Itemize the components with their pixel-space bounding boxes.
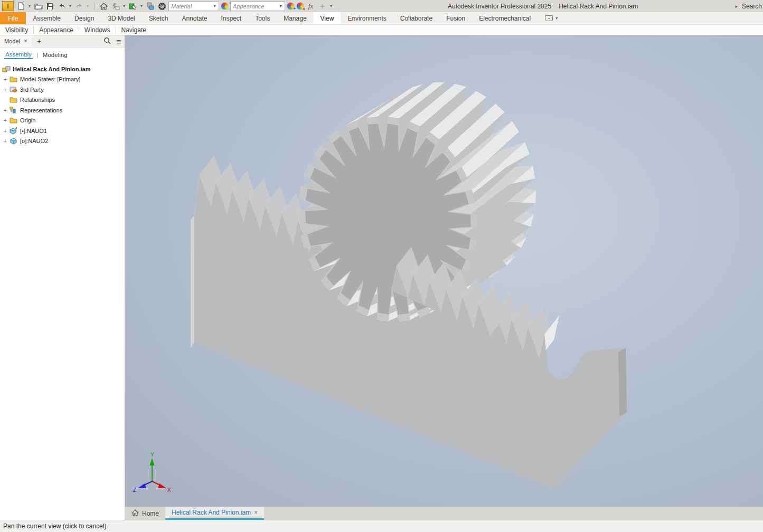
svg-text:Z: Z [133,487,136,493]
redo-icon [74,1,84,11]
component-select-icon[interactable] [128,1,138,11]
swap-component-icon[interactable] [145,1,155,11]
browser-tab-bar: Model × + ≡ [0,35,125,48]
tree-item-label: Representations [20,107,62,113]
expander-icon[interactable]: + [2,108,9,113]
part-pinned-icon [9,127,18,135]
ribbon-tab-assemble[interactable]: Assemble [26,12,68,24]
folder-icon [9,96,18,104]
ribbon-tab-view[interactable]: View [314,12,341,24]
save-icon[interactable] [45,1,55,11]
document-tab-bar: HomeHelical Rack And Pinion.iam× [125,507,763,520]
ribbon-tab-inspect[interactable]: Inspect [214,12,248,24]
tree-item--nauo1[interactable]: +[•]:NAUO1 [0,126,125,136]
new-document-caret-icon[interactable]: ▾ [27,4,32,8]
panel-label-windows[interactable]: Windows [79,26,116,34]
quick-update-caret-icon[interactable]: ▾ [122,4,126,8]
app-button[interactable]: I [2,1,14,11]
third-party-icon [9,86,18,93]
expander-icon[interactable]: + [2,138,9,144]
panel-label-navigate[interactable]: Navigate [116,26,152,34]
ribbon-tab-electromechanical[interactable]: Electromechanical [472,12,538,24]
expander-icon[interactable]: + [2,77,9,82]
material-ball-icon[interactable] [157,1,167,11]
appearance-combo[interactable]: Appearance▾ [230,2,285,11]
ribbon-tab-sketch[interactable]: Sketch [142,12,175,24]
tree-item-3rd-party[interactable]: +3rd Party [0,84,125,95]
document-tab-label: Helical Rack And Pinion.iam [172,509,251,516]
ribbon-tab-fusion[interactable]: Fusion [439,12,472,24]
add-panel-button[interactable]: + [32,37,46,45]
svg-text:Y: Y [150,452,154,458]
ribbon-tab-annotate[interactable]: Annotate [175,12,214,24]
expand-arrow-icon[interactable]: ▸ [735,4,738,9]
undo-caret-icon[interactable]: ▾ [68,4,72,8]
svg-text:X: X [167,487,171,493]
window-title: Autodesk Inventor Professional 2025 Heli… [448,0,638,12]
tree-item-label: [•]:NAUO1 [20,128,47,134]
ribbon-tab-bar: FileAssembleDesign3D ModelSketchAnnotate… [0,12,763,25]
tree-item--o-nauo2[interactable]: +[o]:NAUO2 [0,136,125,147]
color-wheel-icon[interactable] [221,2,229,10]
ribbon-panel-labels: VisibilityAppearanceWindowsNavigate [0,25,763,35]
tab-separator: | [37,52,39,58]
panel-label-visibility[interactable]: Visibility [0,26,33,34]
expander-icon[interactable]: + [2,87,9,92]
ribbon-tab-tools[interactable]: Tools [248,12,277,24]
component-select-caret-icon[interactable]: ▾ [139,4,144,8]
browser-view-tabs: Assembly | Modeling [0,48,125,62]
tree-item-label: Model States: [Primary] [20,76,80,82]
panel-label-appearance[interactable]: Appearance [34,26,79,34]
ribbon-tab-design[interactable]: Design [68,12,101,24]
close-tab-icon[interactable]: × [254,509,258,516]
collapse-ribbon-caret-icon[interactable]: ▾ [554,16,559,21]
document-tab-active[interactable]: Helical Rack And Pinion.iam× [165,507,264,520]
expander-icon[interactable]: + [2,118,9,123]
tree-item-helical-rack-and-pinion-iam[interactable]: Helical Rack And Pinion.iam [0,64,125,74]
3d-viewport[interactable]: YXZ [125,35,763,507]
undo-icon[interactable] [56,1,67,11]
ribbon-tab-3d-model[interactable]: 3D Model [101,12,142,24]
clear-appearance-icon[interactable]: x [296,2,304,10]
redo-caret-icon: ▾ [86,4,90,8]
tree-item-label: 3rd Party [20,87,44,93]
title-bar: I ▾ ▾ ▾ ▾ ▾ Mate [0,0,763,12]
browser-search-icon[interactable] [101,37,113,46]
parameters-fx-icon[interactable]: fx [306,1,316,11]
search-area[interactable]: ▸ Search [735,0,762,12]
tree-item-origin[interactable]: +Origin [0,116,125,126]
tree-item-representations[interactable]: +Representations [0,105,125,116]
model-panel-tab-label: Model [4,38,20,44]
expander-icon[interactable]: + [2,128,9,134]
orientation-triad: YXZ [133,452,171,493]
material-combo[interactable]: Material▾ [168,2,219,11]
document-tab-home[interactable]: Home [125,507,165,520]
add-icon: + [317,1,327,11]
adjust-appearance-icon[interactable]: + [287,2,295,10]
quick-update-icon[interactable] [110,1,120,11]
ribbon-tab-environments[interactable]: Environments [341,12,393,24]
part-icon [9,137,18,145]
assembly-icon [2,65,11,73]
tab-assembly[interactable]: Assembly [4,50,33,59]
tree-item-relationships[interactable]: Relationships [0,95,125,106]
new-document-icon[interactable] [16,1,26,11]
home-icon [131,509,139,518]
browser-menu-icon[interactable]: ≡ [113,37,125,46]
search-label[interactable]: Search [742,3,762,10]
tab-modeling[interactable]: Modeling [43,52,68,58]
close-panel-icon[interactable]: × [24,37,27,45]
status-message: Pan the current view (click to cancel) [3,522,106,530]
tree-item-model-states-primary-[interactable]: +Model States: [Primary] [0,74,125,85]
collapse-ribbon-icon[interactable]: ▴ [545,15,553,21]
folder-icon [9,117,18,125]
model-panel-tab[interactable]: Model × [0,35,32,47]
model-browser-panel: Model × + ≡ Assembly | Modeling Helical … [0,35,125,520]
customize-caret-icon[interactable]: ▾ [329,4,333,8]
ribbon-tab-file[interactable]: File [0,12,26,24]
open-icon[interactable] [33,1,43,11]
toolbar-separator [94,2,95,11]
ribbon-tab-manage[interactable]: Manage [277,12,313,24]
home-icon[interactable] [99,1,109,11]
ribbon-tab-collaborate[interactable]: Collaborate [393,12,439,24]
